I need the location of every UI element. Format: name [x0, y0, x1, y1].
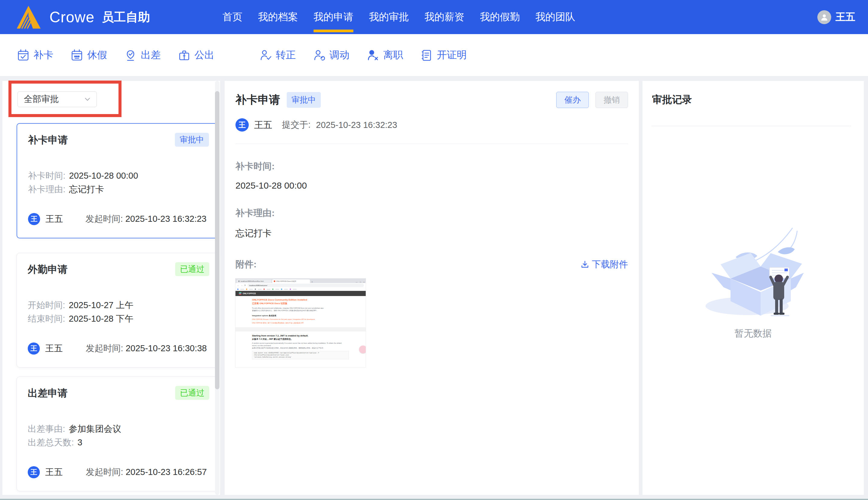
detail-header: 补卡申请 审批中 催办 撤销	[235, 92, 628, 108]
person-transfer-icon	[313, 48, 326, 62]
nav-my-salary[interactable]: 我的薪资	[424, 0, 464, 34]
scrollbar-thumb[interactable]	[215, 91, 220, 389]
attachment-row: 附件: 下载附件	[235, 258, 628, 271]
attachment-thumbnail[interactable]: localhost:8080/office/office.html ONLYOF…	[235, 279, 366, 367]
initiate-time-label: 发起时间:	[86, 467, 123, 477]
field-label: 出差总天数:	[28, 436, 74, 449]
browser-tab-bar: localhost:8080/office/office.html ONLYOF…	[235, 279, 366, 283]
field-value: 参加集团会议	[69, 422, 121, 436]
toolbar-item-transfer[interactable]: 调动	[313, 48, 350, 62]
download-attachment-link[interactable]: 下载附件	[580, 258, 628, 271]
code-line: sudo docker exec e0e09c8f4460 /var/www/o…	[254, 352, 319, 356]
toolbar-item-reissue-card[interactable]: 补卡	[16, 48, 54, 62]
app-name: 员工自助	[102, 9, 150, 25]
code-line: 'services.CoAuthoring.secret.session.str…	[254, 356, 292, 358]
preview-links-en: ONLYOFFICE Groups | Connectors for 3rd p…	[252, 318, 366, 320]
application-detail-panel: 补卡申请 审批中 催办 撤销 王 王五 提交于: 2025-10-23 16:3…	[225, 81, 639, 495]
bookmark-icon	[263, 289, 265, 290]
field-label: 补卡时间:	[235, 160, 628, 173]
preview-jwt-body-en: A random secret is generated automatical…	[252, 342, 342, 346]
nav-home[interactable]: 首页	[223, 0, 243, 34]
calendar-leave-icon	[70, 48, 83, 62]
toolbar-item-certificate[interactable]: 开证明	[420, 48, 467, 62]
submit-time: 2025-10-23 16:32:23	[316, 120, 397, 130]
card-footer: 王 王五 发起时间: 2025-10-23 16:26:57	[28, 466, 207, 478]
bookmark-icon	[281, 289, 282, 290]
new-tab-icon: +	[312, 281, 313, 283]
empty-state: 暂无数据	[643, 223, 864, 340]
status-badge: 已通过	[175, 262, 209, 276]
favicon	[238, 281, 240, 282]
tab-title: localhost:8080/office/office.html	[241, 280, 264, 282]
list-scrollbar[interactable]	[215, 81, 220, 495]
application-card[interactable]: 补卡申请 审批中 补卡时间:2025-10-28 00:00 补卡理由:忘记打卡…	[16, 123, 218, 238]
preview-jwt-en: Starting from version 7.2, JWT is enable…	[252, 334, 366, 337]
toolbar-item-outing[interactable]: 公出	[178, 48, 214, 62]
submit-time-label: 提交于:	[282, 119, 310, 131]
field-value: 2025-10-28 下午	[69, 312, 133, 326]
status-badge: 已通过	[175, 386, 209, 400]
user-avatar[interactable]	[817, 10, 831, 24]
toolbar-item-probation-pass[interactable]: 转正	[259, 48, 296, 62]
empty-text: 暂无数据	[735, 327, 772, 340]
field-label: 补卡理由:	[235, 207, 628, 219]
toolbar-item-label: 休假	[87, 48, 107, 62]
withdraw-button[interactable]: 撤销	[596, 92, 628, 108]
nav-my-approvals[interactable]: 我的审批	[369, 0, 409, 34]
app-header: Crowe 员工自助 首页 我的档案 我的申请 我的审批 我的薪资 我的假勤 我…	[0, 0, 868, 34]
bookmark-item	[249, 289, 253, 290]
page-bottom-edge	[0, 499, 868, 500]
onlyoffice-header: ONLYOFFICE	[235, 291, 366, 296]
approval-filter-dropdown[interactable]: 全部审批	[17, 91, 97, 107]
user-name[interactable]: 王五	[835, 10, 855, 24]
stamp-check-icon	[124, 48, 137, 62]
quick-actions-toolbar: 补卡 休假 出差 公出	[0, 34, 868, 76]
favicon	[274, 281, 275, 282]
brand[interactable]: Crowe 员工自助	[16, 4, 150, 30]
onlyoffice-page-body: ONLYOFFICE Docs Community Edition instal…	[235, 296, 366, 360]
preview-jwt-body-zh: 如果在安装过程中未添加自定义密钥，则会自动生成随机密钥。要获取默认密钥，请运行以…	[252, 347, 324, 349]
nav-my-profile[interactable]: 我的档案	[258, 0, 298, 34]
reload-icon: ⟳	[244, 284, 246, 287]
field-value: 忘记打卡	[69, 183, 104, 196]
attachment-label: 附件:	[235, 258, 257, 271]
initiate-time: 2025-10-23 16:30:38	[126, 343, 207, 353]
avatar: 王	[28, 466, 40, 478]
briefcase-icon	[178, 48, 191, 62]
toolbar-item-label: 公出	[195, 48, 214, 62]
toolbar-item-resign[interactable]: 离职	[366, 48, 403, 62]
forward-icon: →	[241, 284, 243, 287]
nav-my-attendance[interactable]: 我的假勤	[480, 0, 520, 34]
toolbar-item-label: 开证明	[437, 48, 467, 62]
card-footer: 王 王五 发起时间: 2025-10-23 16:30:38	[28, 342, 207, 354]
bookmark-icon	[290, 289, 291, 290]
card-title: 外勤申请	[28, 263, 68, 276]
urge-button[interactable]: 催办	[556, 92, 589, 108]
preview-title-zh: 已安装 ONLYOFFICE Docs 社区版	[252, 302, 366, 305]
initiate-time: 2025-10-23 16:32:23	[126, 214, 207, 224]
application-card[interactable]: 外勤申请 已通过 开始时间:2025-10-27 上午 结束时间:2025-10…	[16, 253, 218, 367]
bookmark-item	[267, 289, 270, 290]
application-card[interactable]: 出差申请 已通过 出差事由:参加集团会议 出差总天数:3 王 王五 发起时间: …	[16, 377, 218, 491]
user-menu[interactable]: 王五	[817, 0, 855, 34]
card-title: 补卡申请	[28, 133, 68, 147]
toolbar-item-leave[interactable]: 休假	[70, 48, 107, 62]
field-label: 结束时间:	[28, 312, 65, 326]
field-value: 2025-10-28 00:00	[69, 169, 138, 183]
toolbar-item-label: 调动	[330, 48, 350, 62]
nav-my-applications[interactable]: 我的申请	[314, 0, 353, 34]
field-label: 出差事由:	[28, 422, 65, 436]
bookmark-icon	[246, 289, 247, 290]
bookmark-item	[258, 289, 262, 290]
preview-body-en: To edit office documents and collaborate…	[252, 307, 324, 309]
approval-record-panel: 审批记录	[643, 81, 864, 495]
card-footer: 王 王五 发起时间: 2025-10-23 16:32:23	[28, 213, 207, 225]
field-value: 忘记打卡	[235, 227, 628, 240]
browser-tab-active: ONLYOFFICE Docs 欢迎页	[272, 280, 310, 283]
section-separator	[235, 327, 366, 332]
bookmark-icon	[237, 289, 238, 290]
nav-my-team[interactable]: 我的团队	[536, 0, 575, 34]
browser-screenshot: localhost:8080/office/office.html ONLYOF…	[235, 279, 366, 367]
toolbar-item-business-trip[interactable]: 出差	[124, 48, 161, 62]
empty-box-illustration	[702, 223, 805, 319]
